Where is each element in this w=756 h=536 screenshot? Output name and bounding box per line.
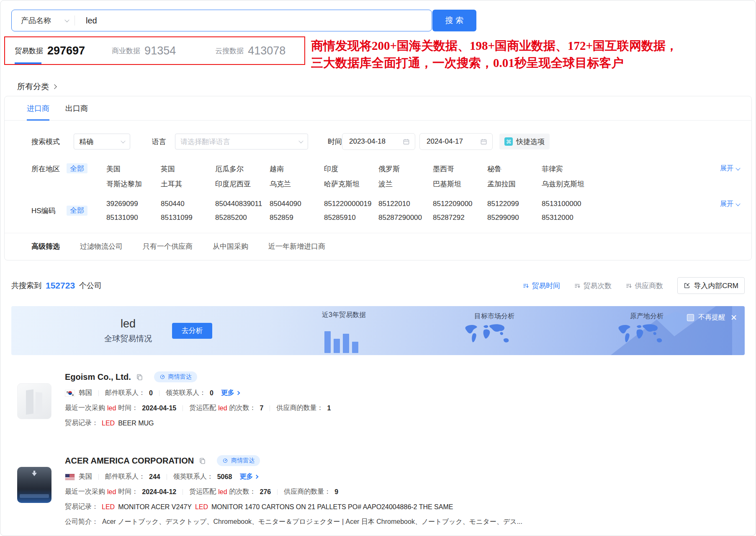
hs-grid: 3926909985044085044083901185044090851220… <box>106 200 596 222</box>
region-option[interactable]: 俄罗斯 <box>378 164 433 174</box>
regions-expand-link[interactable]: 展开 <box>720 164 740 173</box>
quick-options-button[interactable]: ⌘ 快捷选项 <box>499 134 550 149</box>
sort-group: 贸易时间贸易次数供应商数 <box>523 281 677 291</box>
hs-code-option[interactable]: 8513100000 <box>542 200 596 208</box>
us-flag-icon <box>65 474 75 480</box>
linkedin-contacts-label: 领英联系人： <box>166 389 206 397</box>
hs-code-option[interactable]: 852859 <box>270 214 324 222</box>
hs-code-option[interactable]: 85285200 <box>215 214 270 222</box>
bar-chart-icon <box>324 322 366 353</box>
hs-code-option[interactable]: 850440 <box>161 200 215 208</box>
banner-trade-chart[interactable]: 近3年贸易数据 <box>322 311 366 353</box>
region-option[interactable]: 美国 <box>106 164 161 174</box>
filter-row-hs-codes: HS编码 全部 39269099850440850440839011850440… <box>5 200 751 222</box>
hs-code-option[interactable]: 85312000 <box>542 214 596 222</box>
region-all-chip[interactable]: 全部 <box>67 163 87 173</box>
region-option[interactable]: 巴基斯坦 <box>433 179 487 189</box>
divider <box>98 390 99 396</box>
regions-grid: 美国英国厄瓜多尔越南印度俄罗斯墨西哥秘鲁菲律宾哥斯达黎加土耳其印度尼西亚乌克兰哈… <box>106 164 596 189</box>
company-logo[interactable] <box>17 383 51 419</box>
region-option[interactable]: 乌克兰 <box>270 179 324 189</box>
search-button[interactable]: 搜 索 <box>432 10 476 31</box>
hs-code-option[interactable]: 850440839011 <box>215 200 270 208</box>
region-option[interactable]: 印度 <box>324 164 378 174</box>
hs-code-option[interactable]: 85287292 <box>433 214 487 222</box>
hs-code-option[interactable]: 8512209000 <box>433 200 487 208</box>
hs-code-option[interactable]: 85122099 <box>487 200 542 208</box>
region-option[interactable]: 孟加拉国 <box>487 179 542 189</box>
advanced-filter-4[interactable]: 近一年新增进口商 <box>268 242 325 251</box>
hs-code-option[interactable]: 85287290000 <box>378 214 433 222</box>
analyze-button[interactable]: 去分析 <box>172 323 212 339</box>
copy-icon[interactable] <box>136 374 143 381</box>
region-option[interactable]: 越南 <box>270 164 324 174</box>
close-icon[interactable]: ✕ <box>730 313 737 322</box>
import-crm-button[interactable]: 导入内部CRM <box>677 277 745 294</box>
sort-supplier-count[interactable]: 供应商数 <box>626 281 663 291</box>
hs-code-option[interactable]: 851220000019 <box>324 200 378 208</box>
sort-trade-count[interactable]: 贸易次数 <box>574 281 612 291</box>
copy-icon[interactable] <box>199 457 206 464</box>
breadcrumb[interactable]: 所有分类 <box>17 81 56 92</box>
radar-badge[interactable]: 商情雷达 <box>154 371 197 382</box>
results-count[interactable]: 152723 <box>46 281 75 291</box>
company-logo[interactable] <box>17 467 51 503</box>
company-name[interactable]: ACER AMERICA CORPORATION <box>65 456 194 466</box>
language-select[interactable]: 请选择翻译语言 <box>175 134 308 149</box>
results-actions: 贸易时间贸易次数供应商数 导入内部CRM <box>523 277 745 294</box>
advanced-filter-1[interactable]: 过滤物流公司 <box>80 242 123 251</box>
hs-code-option[interactable]: 85131090 <box>106 214 161 222</box>
region-option[interactable]: 哥斯达黎加 <box>106 179 161 189</box>
sort-trade-time[interactable]: 贸易时间 <box>523 281 560 291</box>
dismiss-checkbox[interactable] <box>687 314 694 321</box>
hs-expand-link[interactable]: 展开 <box>720 200 740 209</box>
more-label: 更多 <box>239 472 253 481</box>
hs-code-option[interactable]: 85044090 <box>270 200 324 208</box>
purchase-keyword: led <box>107 488 116 496</box>
date-end-picker[interactable]: 2024-04-17 <box>419 133 493 150</box>
company-name[interactable]: Egoism Co., Ltd. <box>65 372 131 382</box>
region-option[interactable]: 乌兹别克斯坦 <box>542 179 596 189</box>
more-link[interactable]: 更多 <box>239 472 258 481</box>
hs-all-chip[interactable]: 全部 <box>67 206 87 216</box>
region-option[interactable]: 土耳其 <box>161 179 215 189</box>
region-option[interactable]: 秘鲁 <box>487 164 542 174</box>
hs-code-option[interactable]: 85299090 <box>487 214 542 222</box>
hs-code-option[interactable]: 85285910 <box>324 214 378 222</box>
region-option[interactable]: 波兰 <box>378 179 433 189</box>
trade-record-part: MONITOR 1470 CARTONS ON 21 PALLETS PO# A… <box>211 503 453 510</box>
more-link[interactable]: 更多 <box>221 389 239 397</box>
region-option[interactable]: 英国 <box>161 164 215 174</box>
search-bar: 产品名称 搜 索 <box>11 10 476 31</box>
region-label: 所在地区 <box>31 164 67 174</box>
tab-cloud-search-data[interactable]: 云搜数据 413078 <box>215 44 285 57</box>
company-list: Egoism Co., Ltd. 商情雷达 韩国 邮件联系人： 0 领英联系人：… <box>17 371 739 526</box>
import-icon <box>684 282 690 289</box>
tab-trade-data[interactable]: 贸易数据 297697 <box>15 44 85 57</box>
hs-code-option[interactable]: 85131099 <box>161 214 215 222</box>
region-option[interactable]: 厄瓜多尔 <box>215 164 270 174</box>
purchase-date: 2024-04-15 <box>142 405 176 412</box>
time-label: 时间 <box>328 137 342 147</box>
advanced-filter-0[interactable]: 高级筛选 <box>31 242 60 251</box>
region-option[interactable]: 印度尼西亚 <box>215 179 270 189</box>
search-mode-select[interactable]: 精确 <box>74 134 130 149</box>
results-bar: 共搜索到 152723 个公司 贸易时间贸易次数供应商数 导入内部CRM <box>11 277 745 294</box>
trade-chart-label: 近3年贸易数据 <box>322 311 366 318</box>
search-category-select[interactable]: 产品名称 <box>12 15 75 26</box>
tab-exporter[interactable]: 出口商 <box>65 96 88 120</box>
hs-code-option[interactable]: 85122010 <box>378 200 433 208</box>
search-input[interactable] <box>86 16 432 26</box>
banner-origin-analysis[interactable]: 原产地分析 <box>613 312 671 348</box>
tab-importer[interactable]: 进口商 <box>27 96 49 120</box>
radar-badge[interactable]: 商情雷达 <box>217 455 260 466</box>
banner-target-market[interactable]: 目标市场分析 <box>460 312 518 348</box>
tab-business-data[interactable]: 商业数据 91354 <box>112 44 176 57</box>
region-option[interactable]: 墨西哥 <box>433 164 487 174</box>
advanced-filter-3[interactable]: 从中国采购 <box>213 242 248 251</box>
region-option[interactable]: 菲律宾 <box>542 164 596 174</box>
hs-code-option[interactable]: 39269099 <box>106 200 161 208</box>
date-start-picker[interactable]: 2023-04-18 <box>342 133 415 150</box>
advanced-filter-2[interactable]: 只有一个供应商 <box>143 242 193 251</box>
region-option[interactable]: 哈萨克斯坦 <box>324 179 378 189</box>
